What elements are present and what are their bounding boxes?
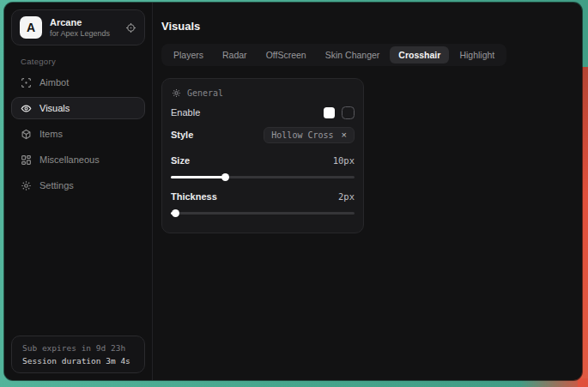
tab-crosshair[interactable]: Crosshair xyxy=(390,46,449,63)
enable-color-swatch[interactable] xyxy=(324,107,335,118)
page-title: Visuals xyxy=(161,20,582,33)
tab-highlight[interactable]: Highlight xyxy=(451,46,503,63)
sidebar-item-settings[interactable]: Settings xyxy=(11,174,145,197)
sidebar-item-label: Aimbot xyxy=(39,77,69,88)
size-row: Size 10px xyxy=(171,151,355,170)
sidebar-item-items[interactable]: Items xyxy=(11,123,145,145)
account-card[interactable]: A Arcane for Apex Legends xyxy=(11,9,145,45)
thickness-label: Thickness xyxy=(171,191,217,202)
category-label: Category xyxy=(21,57,152,66)
tab-offscreen[interactable]: OffScreen xyxy=(258,46,315,63)
sidebar-nav: Aimbot Visuals Items xyxy=(4,71,152,197)
panel-header: General xyxy=(172,88,355,98)
gear-icon xyxy=(21,180,32,191)
session-duration-text: Session duration 3m 4s xyxy=(22,356,134,366)
thickness-slider-thumb[interactable] xyxy=(172,209,179,217)
visuals-tabbar: Players Radar OffScreen Skin Changer Cro… xyxy=(161,44,506,66)
sidebar-item-label: Visuals xyxy=(39,103,70,113)
style-label: Style xyxy=(171,130,193,140)
thickness-value: 2px xyxy=(338,191,355,202)
thickness-slider-track xyxy=(171,212,355,215)
app-subtitle: for Apex Legends xyxy=(50,29,110,38)
subscription-info-card: Sub expires in 9d 23h Session duration 3… xyxy=(11,336,145,373)
sidebar-item-label: Settings xyxy=(39,180,74,190)
style-select[interactable]: Hollow Cross × xyxy=(264,127,355,143)
app-window: A Arcane for Apex Legends Category xyxy=(4,3,582,380)
style-selected-value: Hollow Cross xyxy=(271,130,333,140)
main-content: Visuals Players Radar OffScreen Skin Cha… xyxy=(153,3,582,380)
tab-radar[interactable]: Radar xyxy=(214,46,256,63)
eye-icon xyxy=(21,103,32,114)
style-row: Style Hollow Cross × xyxy=(171,125,355,144)
tab-players[interactable]: Players xyxy=(165,46,212,63)
sidebar-item-miscellaneous[interactable]: Miscellaneous xyxy=(11,148,145,171)
sidebar-item-label: Items xyxy=(39,129,63,139)
sidebar: A Arcane for Apex Legends Category xyxy=(4,3,153,380)
sub-expiry-text: Sub expires in 9d 23h xyxy=(22,343,134,353)
enable-row: Enable xyxy=(171,103,355,122)
enable-checkbox[interactable] xyxy=(342,106,355,119)
package-icon xyxy=(21,129,32,140)
size-slider-thumb[interactable] xyxy=(221,173,229,181)
size-slider-fill xyxy=(171,176,226,178)
size-value: 10px xyxy=(333,155,355,166)
grid-icon xyxy=(21,154,32,166)
general-gear-icon xyxy=(172,88,181,98)
size-label: Size xyxy=(171,155,190,166)
sidebar-item-label: Miscellaneous xyxy=(39,154,100,165)
thickness-slider[interactable] xyxy=(171,208,355,218)
size-slider[interactable] xyxy=(171,172,355,182)
sidebar-item-visuals[interactable]: Visuals xyxy=(11,97,145,119)
sidebar-item-aimbot[interactable]: Aimbot xyxy=(11,71,145,94)
crosshair-icon xyxy=(21,77,32,88)
enable-label: Enable xyxy=(171,107,200,118)
app-logo: A xyxy=(20,16,42,39)
style-clear-icon[interactable]: × xyxy=(342,130,347,139)
tab-skin-changer[interactable]: Skin Changer xyxy=(317,46,389,63)
general-panel: General Enable Style Hollow Cross × Size… xyxy=(161,78,364,233)
app-name: Arcane xyxy=(50,17,110,27)
thickness-row: Thickness 2px xyxy=(171,187,355,206)
target-icon[interactable] xyxy=(125,22,136,33)
panel-title: General xyxy=(187,88,223,98)
